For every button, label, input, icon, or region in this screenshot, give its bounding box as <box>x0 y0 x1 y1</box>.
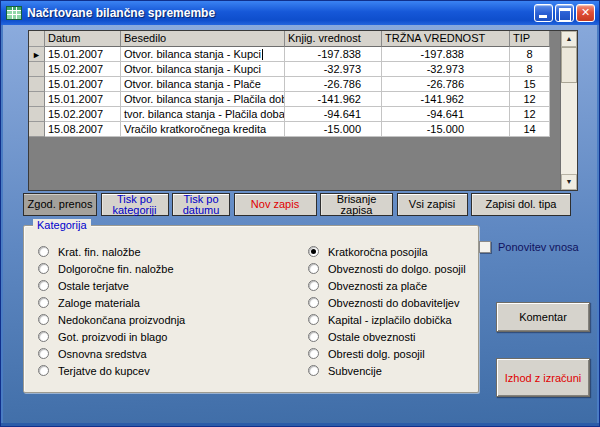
radio-icon[interactable] <box>308 246 319 257</box>
cell-bes[interactable]: Otvor. bilanca stanja - Plače <box>121 77 285 92</box>
toolbar-button-zgod-prenos[interactable]: Zgod. prenos <box>23 193 97 216</box>
cell-datum[interactable]: 15.01.2007 <box>45 77 121 92</box>
exit-with-calculations-button[interactable]: Izhod z izračuni <box>496 358 590 397</box>
cell-trzna[interactable]: -15.000 <box>382 122 510 137</box>
toolbar-button-zapisi-dol-tipa[interactable]: Zapisi dol. tipa <box>471 193 571 216</box>
cell-knjig[interactable]: -94.641 <box>285 107 382 122</box>
cell-knjig[interactable]: -15.000 <box>285 122 382 137</box>
cell-tip[interactable]: 8 <box>510 47 550 62</box>
row-selector[interactable] <box>29 62 45 77</box>
column-header-tip[interactable]: TIP <box>510 31 550 47</box>
radio-option-osnovna-sredstva[interactable]: Osnovna sredstva <box>38 345 185 362</box>
maximize-icon[interactable] <box>555 4 574 22</box>
cell-tip[interactable]: 14 <box>510 122 550 137</box>
radio-icon[interactable] <box>38 314 49 325</box>
cell-bes[interactable]: Otvor. bilanca stanja - Kupci <box>121 62 285 77</box>
row-selector[interactable] <box>29 122 45 137</box>
cell-datum[interactable]: 15.02.2007 <box>45 107 121 122</box>
cell-knjig[interactable]: -197.838 <box>285 47 382 62</box>
radio-option-nedokon-ana-proizvodnja[interactable]: Nedokončana proizvodnja <box>38 311 185 328</box>
radio-option-ostale-obveznosti[interactable]: Ostale obveznosti <box>308 328 466 345</box>
cell-bes[interactable]: tvor. bilanca stanja - Plačila dobavite <box>121 107 285 122</box>
table-row[interactable]: 15.02.2007tvor. bilanca stanja - Plačila… <box>29 107 560 122</box>
toolbar-button-tisk-po-datumu[interactable]: Tisk po datumu <box>172 193 230 216</box>
radio-icon[interactable] <box>308 280 319 291</box>
radio-icon[interactable] <box>308 365 319 376</box>
radio-icon[interactable] <box>38 331 49 342</box>
table-row[interactable]: 15.01.2007Otvor. bilanca stanja - Plače-… <box>29 77 560 92</box>
cell-knjig[interactable]: -141.962 <box>285 92 382 107</box>
radio-option-krat-fin-nalo-be[interactable]: Krat. fin. naložbe <box>38 243 185 260</box>
radio-option-got-proizvodi-in-blago[interactable]: Got. proizvodi in blago <box>38 328 185 345</box>
radio-icon[interactable] <box>308 263 319 274</box>
row-selector[interactable] <box>29 77 45 92</box>
checkbox-icon[interactable] <box>479 241 491 253</box>
row-selector[interactable] <box>29 107 45 122</box>
cell-datum[interactable]: 15.02.2007 <box>45 62 121 77</box>
cell-trzna[interactable]: -141.962 <box>382 92 510 107</box>
close-icon[interactable] <box>576 4 595 22</box>
scroll-down-icon[interactable] <box>561 174 577 190</box>
radio-option-label: Kratkoročna posojila <box>328 246 428 258</box>
radio-option-label: Ostale terjatve <box>58 280 129 292</box>
column-header-knjig-vrednost[interactable]: Knjig. vrednost <box>285 31 382 47</box>
radio-option-obveznosti-do-dobaviteljev[interactable]: Obveznosti do dobaviteljev <box>308 294 466 311</box>
toolbar-button-nov-zapis[interactable]: Nov zapis <box>234 193 317 216</box>
cell-trzna[interactable]: -26.786 <box>382 77 510 92</box>
radio-icon[interactable] <box>38 348 49 359</box>
column-header-datum[interactable]: Datum <box>45 31 121 47</box>
cell-tip[interactable]: 12 <box>510 92 550 107</box>
cell-datum[interactable]: 15.01.2007 <box>45 92 121 107</box>
radio-option-subvencije[interactable]: Subvencije <box>308 362 466 379</box>
grid-scrollbar[interactable] <box>560 31 577 190</box>
cell-datum[interactable]: 15.01.2007 <box>45 47 121 62</box>
minimize-icon[interactable] <box>534 4 553 22</box>
column-header-besedilo[interactable]: Besedilo <box>121 31 285 47</box>
radio-option-label: Terjatve do kupcev <box>58 365 150 377</box>
radio-option-obresti-dolg-posojil[interactable]: Obresti dolg. posojil <box>308 345 466 362</box>
radio-option-terjatve-do-kupcev[interactable]: Terjatve do kupcev <box>38 362 185 379</box>
toolbar-button-brisanje-zapisa[interactable]: Brisanje zapisa <box>320 193 393 216</box>
cell-bes[interactable]: Otvor. bilanca stanja - Plačila dobavite <box>121 92 285 107</box>
cell-datum[interactable]: 15.08.2007 <box>45 122 121 137</box>
table-row[interactable]: 15.08.2007Vračilo kratkoročnega kredita-… <box>29 122 560 137</box>
scroll-up-icon[interactable] <box>561 31 577 47</box>
radio-option-obveznosti-za-pla-e[interactable]: Obveznosti za plače <box>308 277 466 294</box>
cell-trzna[interactable]: -94.641 <box>382 107 510 122</box>
radio-icon[interactable] <box>38 246 49 257</box>
repeat-entry-checkbox[interactable]: Ponovitev vnosa <box>479 241 579 253</box>
scrollbar-thumb[interactable] <box>561 47 577 83</box>
cell-knjig[interactable]: -32.973 <box>285 62 382 77</box>
cell-trzna[interactable]: -197.838 <box>382 47 510 62</box>
radio-icon[interactable] <box>38 365 49 376</box>
radio-icon[interactable] <box>38 297 49 308</box>
cell-knjig[interactable]: -26.786 <box>285 77 382 92</box>
radio-icon[interactable] <box>38 263 49 274</box>
row-selector[interactable] <box>29 92 45 107</box>
radio-icon[interactable] <box>308 331 319 342</box>
table-row[interactable]: 15.01.2007Otvor. bilanca stanja - Kupci-… <box>29 47 560 62</box>
cell-tip[interactable]: 8 <box>510 62 550 77</box>
radio-option-obveznosti-do-dolgo-posojil[interactable]: Obveznosti do dolgo. posojil <box>308 260 466 277</box>
cell-trzna[interactable]: -32.973 <box>382 62 510 77</box>
table-row[interactable]: 15.02.2007Otvor. bilanca stanja - Kupci-… <box>29 62 560 77</box>
radio-icon[interactable] <box>308 314 319 325</box>
radio-option-zaloge-materiala[interactable]: Zaloge materiala <box>38 294 185 311</box>
cell-bes[interactable]: Otvor. bilanca stanja - Kupci <box>121 47 285 62</box>
comment-button[interactable]: Komentar <box>496 302 590 332</box>
radio-icon[interactable] <box>38 280 49 291</box>
cell-tip[interactable]: 12 <box>510 107 550 122</box>
row-selector[interactable] <box>29 47 45 62</box>
radio-option-kapital-izpla-ilo-dobi-ka[interactable]: Kapital - izplačilo dobička <box>308 311 466 328</box>
radio-option-dolgoro-ne-fin-nalo-be[interactable]: Dolgoročne fin. naložbe <box>38 260 185 277</box>
toolbar-button-vsi-zapisi[interactable]: Vsi zapisi <box>397 193 468 216</box>
column-header-tr-na-vrednost[interactable]: TRŽNA VREDNOST <box>382 31 510 47</box>
toolbar-button-tisk-po-kategoriji[interactable]: Tisk po kategoriji <box>101 193 169 216</box>
radio-icon[interactable] <box>308 297 319 308</box>
radio-option-ostale-terjatve[interactable]: Ostale terjatve <box>38 277 185 294</box>
radio-icon[interactable] <box>308 348 319 359</box>
radio-option-kratkoro-na-posojila[interactable]: Kratkoročna posojila <box>308 243 466 260</box>
cell-bes[interactable]: Vračilo kratkoročnega kredita <box>121 122 285 137</box>
cell-tip[interactable]: 15 <box>510 77 550 92</box>
table-row[interactable]: 15.01.2007Otvor. bilanca stanja - Plačil… <box>29 92 560 107</box>
